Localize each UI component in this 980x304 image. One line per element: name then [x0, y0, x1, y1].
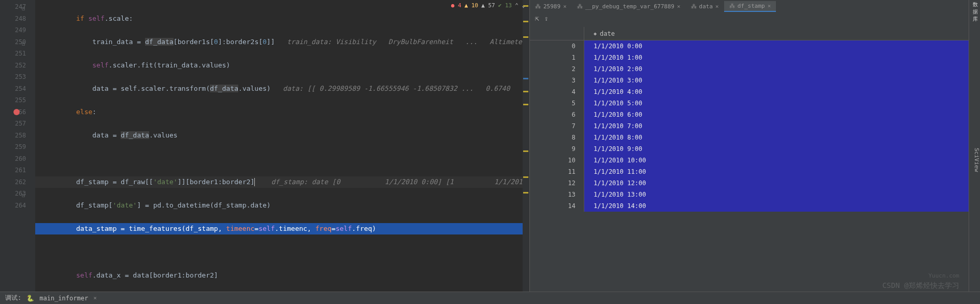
cell-value: 1/1/2010 9:00 [584, 143, 969, 155]
row-index: 11 [530, 166, 584, 177]
table-row[interactable]: 11/1/2010 1:00 [530, 52, 969, 63]
code-editor[interactable]: if self.scale: train_data = df_data[bord… [35, 0, 523, 304]
cell-value: 1/1/2010 4:00 [584, 86, 969, 98]
column-header[interactable]: ◆date [584, 27, 969, 40]
export-icon[interactable]: ⇪ [544, 15, 549, 25]
data-tab[interactable]: ⁂data× [686, 2, 724, 11]
debug-icon: ⁂ [577, 3, 583, 10]
close-icon[interactable]: × [93, 295, 97, 301]
cell-value: 1/1/2010 11:00 [584, 166, 969, 177]
row-index: 10 [530, 155, 584, 166]
python-icon: 🐍 [26, 295, 34, 302]
table-row[interactable]: 21/1/2010 2:00 [530, 63, 969, 75]
row-index: 5 [530, 98, 584, 109]
marker-strip[interactable] [523, 0, 529, 304]
cell-value: 1/1/2010 2:00 [584, 63, 969, 75]
data-view-tabs: ⁂25989× ⁂__py_debug_temp_var_677889× ⁂da… [530, 0, 969, 12]
line-gutter: 247⊟ 248 249 250⊟ 251 252 253 254 255 25… [0, 0, 35, 304]
data-tab[interactable]: ⁂25989× [530, 2, 572, 11]
index-header[interactable] [530, 27, 584, 40]
row-index: 1 [530, 52, 584, 63]
table-row[interactable]: 121/1/2010 12:00 [530, 177, 969, 189]
table-row[interactable]: 51/1/2010 5:00 [530, 98, 969, 109]
debug-icon: ⁂ [535, 3, 541, 10]
cell-value: 1/1/2010 10:00 [584, 155, 969, 166]
close-icon[interactable]: × [677, 3, 681, 10]
table-row[interactable]: 101/1/2010 10:00 [530, 155, 969, 166]
debug-icon: ⁂ [691, 3, 697, 10]
row-index: 14 [530, 200, 584, 212]
row-index: 2 [530, 63, 584, 75]
breakpoint-icon[interactable] [13, 109, 20, 115]
row-index: 4 [530, 86, 584, 98]
row-index: 6 [530, 109, 584, 120]
cell-value: 1/1/2010 5:00 [584, 98, 969, 109]
database-tool-label[interactable]: 数据库 [970, 1, 980, 23]
cell-value: 1/1/2010 6:00 [584, 109, 969, 120]
table-row[interactable]: 41/1/2010 4:00 [530, 86, 969, 98]
row-index: 0 [530, 40, 584, 52]
dataframe-table[interactable]: ◆date 01/1/2010 0:0011/1/2010 1:0021/1/2… [530, 27, 969, 292]
debug-label: 调试: [5, 294, 21, 302]
row-index: 8 [530, 132, 584, 143]
sort-icon[interactable]: ◆ [594, 28, 597, 39]
popout-icon[interactable]: ⇱ [535, 15, 539, 25]
row-index: 12 [530, 177, 584, 189]
cell-value: 1/1/2010 13:00 [584, 189, 969, 200]
cell-value: 1/1/2010 12:00 [584, 177, 969, 189]
table-row[interactable]: 141/1/2010 14:00 [530, 200, 969, 212]
table-row[interactable]: 61/1/2010 6:00 [530, 109, 969, 120]
data-tab[interactable]: ⁂__py_debug_temp_var_677889× [572, 2, 686, 11]
close-icon[interactable]: × [563, 3, 567, 10]
row-index: 9 [530, 143, 584, 155]
close-icon[interactable]: × [715, 3, 719, 10]
cell-value: 1/1/2010 14:00 [584, 200, 969, 212]
table-row[interactable]: 71/1/2010 7:00 [530, 120, 969, 132]
row-index: 3 [530, 75, 584, 86]
run-config-name[interactable]: main_informer [39, 295, 88, 302]
data-tab-active[interactable]: ⁂df_stamp× [724, 1, 776, 12]
debug-icon: ⁂ [729, 3, 735, 9]
cell-value: 1/1/2010 3:00 [584, 75, 969, 86]
table-row[interactable]: 131/1/2010 13:00 [530, 189, 969, 200]
cell-value: 1/1/2010 7:00 [584, 120, 969, 132]
sciview-tool-window[interactable]: 数据库 SciView [969, 0, 980, 304]
inspection-indicators[interactable]: ● 4 ▲ 10 ▲ 57 ✔ 13 ⌃ ⌄ [451, 2, 525, 9]
data-toolbar: ⇱ ⇪ [530, 12, 969, 27]
table-row[interactable]: 111/1/2010 11:00 [530, 166, 969, 177]
table-row[interactable]: 01/1/2010 0:00 [530, 40, 969, 52]
close-icon[interactable]: × [768, 3, 771, 9]
cell-value: 1/1/2010 8:00 [584, 132, 969, 143]
table-row[interactable]: 91/1/2010 9:00 [530, 143, 969, 155]
row-index: 7 [530, 120, 584, 132]
row-index: 13 [530, 189, 584, 200]
debug-status-bar: 调试: 🐍 main_informer × [0, 292, 980, 304]
cell-value: 1/1/2010 0:00 [584, 40, 969, 52]
table-row[interactable]: 31/1/2010 3:00 [530, 75, 969, 86]
table-row[interactable]: 81/1/2010 8:00 [530, 132, 969, 143]
cell-value: 1/1/2010 1:00 [584, 52, 969, 63]
